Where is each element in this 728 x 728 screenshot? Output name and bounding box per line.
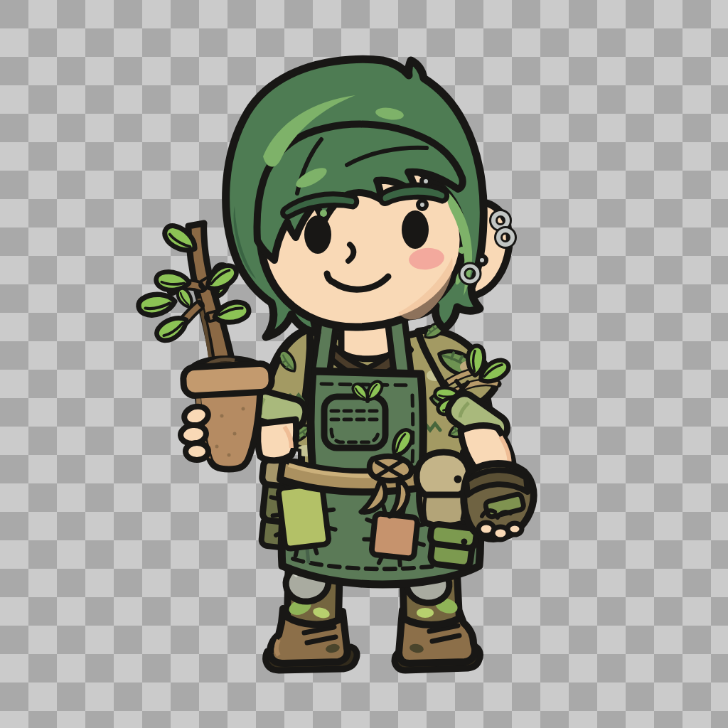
eye-right xyxy=(402,210,429,249)
piercing-ball-icon xyxy=(418,200,427,209)
eye-left xyxy=(304,215,331,254)
finger xyxy=(186,443,208,460)
head xyxy=(226,59,513,337)
leaf xyxy=(154,314,191,344)
leaf xyxy=(138,294,176,316)
fingertip xyxy=(508,523,522,535)
transparent-canvas xyxy=(0,0,728,728)
pouch-button xyxy=(454,476,462,483)
boot-highlight xyxy=(277,640,279,655)
pot-rim xyxy=(183,363,272,396)
camo-spot xyxy=(417,608,434,618)
character-illustration xyxy=(0,0,728,728)
ear-stud-icon xyxy=(478,256,486,264)
bib-side-stitch xyxy=(412,395,413,466)
glove xyxy=(464,464,533,540)
piercing-ball-icon xyxy=(422,177,430,186)
hand-left-fingers xyxy=(180,404,210,460)
